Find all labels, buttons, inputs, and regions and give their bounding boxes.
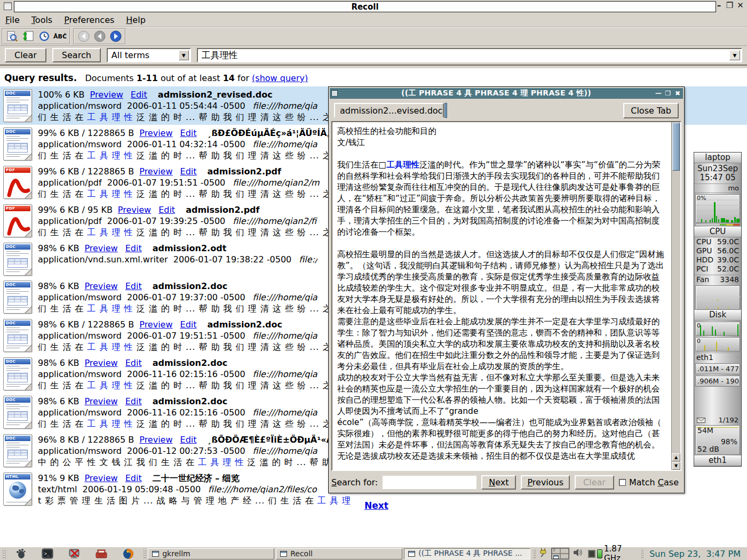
doc-file-icon[interactable]: DOC (3, 243, 32, 276)
preview-link[interactable]: Preview (139, 319, 172, 330)
workspace-3[interactable] (552, 554, 560, 559)
preview-link[interactable]: Preview (84, 396, 117, 406)
index-update-icon[interactable] (21, 30, 35, 43)
scrollbar-thumb[interactable] (672, 123, 680, 171)
doc-file-icon[interactable]: DOC (3, 396, 32, 429)
doc-file-icon[interactable]: DOC (3, 89, 32, 122)
taskbar-handle[interactable] (3, 549, 6, 559)
doc-file-icon[interactable]: DOC (3, 127, 32, 161)
window-menu-icon[interactable] (4, 2, 12, 10)
preview-document-text[interactable]: 高校招生的社会功能和目的文/钱江 我们生活在□工具理性泛滥的时代。作为“世之显学… (332, 122, 671, 470)
doc-file-icon[interactable]: DOC (3, 357, 32, 390)
gkrellm-net-tx[interactable]: .906M - 190 (695, 375, 740, 387)
preview-link[interactable]: Preview (118, 205, 151, 215)
edit-link[interactable]: Edit (125, 358, 142, 368)
preview-link[interactable]: Preview (84, 281, 117, 291)
gkrellm-temp-row[interactable]: PCI52.0C (694, 265, 741, 274)
taskbar-clock[interactable]: Sun Sep 23, 3:47 PM (645, 549, 746, 559)
minimize-icon[interactable]: – (714, 1, 724, 10)
workspace-4[interactable] (560, 554, 569, 559)
scroll-down-icon[interactable]: ▼ (672, 462, 680, 470)
preview-search-input[interactable] (383, 476, 476, 489)
table-search-icon[interactable] (5, 30, 19, 43)
close-tab-button[interactable]: Close Tab (623, 103, 679, 118)
close-icon[interactable]: ✕ (736, 1, 745, 10)
preview-close-icon[interactable]: ✖ (674, 90, 681, 97)
preview-next-button[interactable]: Next (481, 475, 516, 490)
match-case-checkbox[interactable] (619, 479, 626, 486)
search-button[interactable]: Search (52, 48, 101, 62)
firefox-icon[interactable] (123, 548, 134, 559)
doc-file-icon[interactable]: DOC (3, 319, 32, 352)
tasklist-handle[interactable] (144, 549, 147, 559)
gkrellm-disk-label[interactable]: Disk (694, 310, 741, 321)
clear-button[interactable]: Clear (5, 48, 46, 62)
doc-file-icon[interactable]: DOC (3, 281, 32, 314)
history-clock-icon[interactable] (37, 30, 51, 43)
workspace-2[interactable] (560, 548, 569, 554)
workspace-pager[interactable] (551, 548, 569, 559)
edit-link[interactable]: Edit (180, 319, 197, 330)
gkrellm-disk2-chart[interactable]: 0 (695, 337, 740, 351)
gkrellm-disk1-chart[interactable]: 0 (695, 322, 740, 336)
edit-link[interactable]: Edit (180, 166, 197, 177)
gkrellm-cpu-chart[interactable]: 0% (695, 194, 740, 223)
preview-window-menu-icon[interactable] (331, 90, 338, 97)
clock-handle[interactable] (641, 549, 643, 559)
menu-preferences[interactable]: Preferences (63, 14, 120, 26)
preview-link[interactable]: Preview (139, 128, 172, 138)
edit-link[interactable]: Edit (131, 90, 147, 100)
query-history-chevron-icon[interactable]: ▼ (729, 50, 740, 60)
edit-link[interactable]: Edit (125, 243, 142, 253)
gkrellm-net-label-row[interactable]: eth1◦ (694, 353, 741, 362)
show-query-link[interactable]: (show query) (252, 73, 308, 83)
menu-help[interactable]: Help (125, 14, 150, 26)
power-plug-icon[interactable] (539, 547, 547, 560)
nav-next-icon[interactable] (108, 30, 123, 43)
gkrellm-temp-row[interactable]: HDD39.0C (694, 255, 741, 265)
gkrellm-net-rx[interactable]: .011M - 477 (695, 363, 740, 374)
task-button[interactable]: gkrellm (148, 548, 274, 559)
preview-link[interactable]: Preview (84, 243, 117, 253)
display-off-icon[interactable] (68, 548, 80, 559)
preview-link[interactable]: Preview (84, 473, 117, 483)
preview-previous-button[interactable]: Previous (521, 475, 570, 490)
preview-link[interactable]: Preview (84, 358, 117, 368)
typewriter-icon[interactable] (95, 548, 108, 559)
preview-clear-button[interactable]: Clear (575, 475, 614, 490)
gkrellm-bottom-label[interactable]: eth1 (694, 455, 741, 466)
html-file-icon[interactable]: HTML (3, 473, 32, 506)
scroll-up-icon[interactable]: ▲ (672, 453, 680, 461)
preview-link[interactable]: Preview (139, 166, 172, 177)
restore-icon[interactable]: ❐ (725, 1, 734, 10)
menu-file[interactable]: File (4, 14, 25, 26)
pdf-file-icon[interactable]: PDF (3, 204, 32, 237)
preview-link[interactable]: Preview (139, 435, 172, 445)
gkrellm-fan-chart[interactable] (695, 285, 740, 310)
edit-link[interactable]: Edit (125, 473, 142, 483)
match-case-control[interactable]: Match Case (619, 477, 679, 487)
next-page-link[interactable]: Next (364, 500, 388, 511)
tray-handle[interactable] (534, 549, 536, 559)
edit-link[interactable]: Edit (125, 281, 142, 291)
preview-link[interactable]: Preview (90, 90, 123, 100)
chevron-down-icon[interactable]: ▼ (179, 50, 189, 60)
gkrellm-temp-row[interactable]: CPU59.0C (694, 237, 741, 246)
task-button[interactable]: ((工 PHRASE 4 具 PHRASE ... (404, 548, 530, 559)
task-button[interactable]: Recoll (276, 548, 402, 559)
gkrellm-temp-row[interactable]: GPU56.0C (694, 246, 741, 255)
gnome-foot-icon[interactable] (15, 548, 27, 559)
edit-link[interactable]: Edit (125, 396, 142, 406)
edit-link[interactable]: Edit (180, 128, 197, 138)
preview-minimize-icon[interactable]: — (655, 90, 662, 97)
gkrellm-hostname[interactable]: laptop (694, 153, 741, 163)
gkrellm-fan-row[interactable]: Fan3348 (694, 275, 741, 284)
doc-file-icon[interactable]: DOC (3, 434, 32, 467)
preview-scrollbar[interactable]: ▲ ▼ (671, 122, 680, 470)
preview-maximize-icon[interactable]: ❒ (664, 90, 672, 97)
pdf-file-icon[interactable]: PDF (3, 166, 32, 199)
preview-tab[interactable]: admission2...evised.doc (334, 103, 444, 118)
gkrellm-cpu-section-label[interactable]: CPU (694, 227, 741, 237)
search-mode-select[interactable]: All terms ▼ (107, 48, 191, 62)
workspace-1[interactable] (552, 548, 560, 554)
